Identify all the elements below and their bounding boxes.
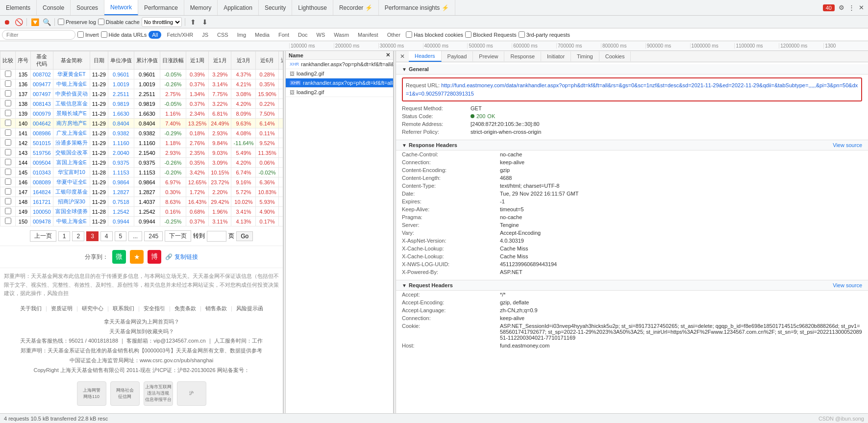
- footer-link-research[interactable]: 研究中心: [82, 305, 103, 312]
- footer-link-security[interactable]: 安全指引: [144, 305, 165, 312]
- filter-tag-js[interactable]: JS: [198, 31, 212, 39]
- compare-checkbox[interactable]: [5, 129, 11, 136]
- request-item-3[interactable]: XHR rankhandler.aspx?op=ph&dt=kf&ft=all&…: [286, 78, 393, 88]
- settings-icon[interactable]: ⚙: [839, 4, 844, 11]
- fund-name-link[interactable]: 华夏黄金ET: [57, 71, 86, 77]
- search-button[interactable]: 🔍: [42, 17, 51, 27]
- fund-code-link[interactable]: 164824: [33, 189, 51, 195]
- tab-network[interactable]: Network: [104, 0, 138, 15]
- badge-hu[interactable]: 沪: [177, 381, 206, 406]
- go-button[interactable]: Go: [236, 231, 253, 241]
- page-btn-5[interactable]: 5: [115, 231, 127, 241]
- record-button[interactable]: ⏺: [2, 17, 12, 27]
- export-har-button[interactable]: ⬇: [200, 17, 210, 27]
- fund-code-link[interactable]: 004642: [33, 121, 51, 126]
- nav-link[interactable]: 1.6630: [113, 111, 129, 117]
- fund-name-link[interactable]: 汾通多策略升: [55, 140, 88, 146]
- fund-name-link[interactable]: 南方房地产E: [56, 120, 87, 126]
- share-star-icon[interactable]: ★: [130, 250, 144, 264]
- fund-name-link[interactable]: 招商沪深30: [58, 199, 85, 204]
- compare-checkbox[interactable]: [5, 169, 11, 175]
- tab-memory[interactable]: Memory: [184, 0, 218, 15]
- nav-link[interactable]: 0.9819: [113, 101, 129, 107]
- request-item-4[interactable]: 🖼 loading2.gif: [286, 88, 393, 97]
- share-wechat-icon[interactable]: 微: [112, 250, 126, 264]
- nav-link[interactable]: 0.8404: [113, 121, 129, 126]
- tab-lighthouse[interactable]: Lighthouse: [292, 0, 333, 15]
- disable-cache-checkbox[interactable]: Disable cache: [98, 19, 140, 25]
- invert-checkbox[interactable]: Invert: [77, 31, 99, 38]
- tab-console[interactable]: Console: [37, 0, 71, 15]
- tab-recorder[interactable]: Recorder ⚡: [333, 0, 379, 15]
- page-btn-2[interactable]: 2: [72, 231, 84, 241]
- fund-code-link[interactable]: 501015: [33, 140, 51, 146]
- preserve-log-checkbox[interactable]: Preserve log: [58, 19, 96, 25]
- fund-name-link[interactable]: 富国上海金E: [56, 159, 87, 165]
- close-details-icon[interactable]: ✕: [396, 51, 409, 62]
- hide-data-urls-checkbox[interactable]: Hide data URLs: [101, 31, 147, 38]
- details-tab-payload[interactable]: Payload: [442, 51, 473, 61]
- fund-code-link[interactable]: 008089: [33, 179, 51, 185]
- filter-tag-wasm[interactable]: Wasm: [330, 31, 352, 39]
- details-tab-headers[interactable]: Headers: [409, 51, 442, 62]
- filter-tag-ws[interactable]: WS: [313, 31, 329, 39]
- third-party-checkbox[interactable]: 3rd-party requests: [519, 31, 570, 38]
- fund-code-link[interactable]: 010343: [33, 170, 51, 175]
- compare-checkbox[interactable]: [5, 208, 11, 214]
- fund-name-link[interactable]: 广发上海金E: [56, 130, 87, 136]
- clear-button[interactable]: 🚫: [14, 17, 24, 27]
- filter-tag-fetch-xhr[interactable]: Fetch/XHR: [163, 31, 197, 39]
- fund-code-link[interactable]: 000979: [33, 111, 51, 117]
- badge-credit[interactable]: 网络社会征信网: [110, 381, 140, 406]
- request-headers-header[interactable]: ▼ Request Headers View source: [396, 280, 868, 291]
- compare-checkbox[interactable]: [5, 218, 11, 224]
- filter-tag-img[interactable]: Img: [234, 31, 249, 39]
- nav-link[interactable]: 1.1153: [113, 170, 129, 175]
- page-btn-245[interactable]: 245: [144, 231, 163, 241]
- tab-security[interactable]: Security: [259, 0, 292, 15]
- filter-tag-all[interactable]: All: [149, 31, 161, 39]
- footer-link-qualification[interactable]: 资质证明: [51, 305, 73, 312]
- fund-code-link[interactable]: 008702: [33, 72, 51, 77]
- blocked-requests-checkbox[interactable]: Blocked Requests: [465, 31, 517, 38]
- footer-link-risk[interactable]: 风险提示函: [236, 305, 263, 312]
- response-headers-header[interactable]: ▼ Response Headers View source: [396, 140, 868, 150]
- nav-link[interactable]: 0.9375: [113, 160, 129, 166]
- nav-link[interactable]: 0.7518: [113, 199, 129, 205]
- details-tab-initiator[interactable]: Initiator: [541, 51, 571, 61]
- response-headers-view-source[interactable]: View source: [833, 142, 862, 148]
- tab-elements[interactable]: Elements: [0, 0, 37, 15]
- filter-tag-manifest[interactable]: Manifest: [354, 31, 382, 39]
- page-btn-3[interactable]: 3: [86, 231, 99, 241]
- fund-code-link[interactable]: 009477: [33, 81, 51, 87]
- details-tab-timing[interactable]: Timing: [571, 51, 599, 61]
- compare-checkbox[interactable]: [5, 188, 11, 195]
- filter-tag-css[interactable]: CSS: [214, 31, 232, 39]
- import-har-button[interactable]: ⬆: [188, 17, 198, 27]
- filter-input[interactable]: [2, 30, 75, 40]
- fund-name-link[interactable]: 中庚价值灵动: [55, 91, 88, 97]
- page-btn-4[interactable]: 4: [100, 231, 113, 241]
- fund-name-link[interactable]: 华宝富时10: [58, 169, 85, 175]
- prev-page-button[interactable]: 上一页: [30, 230, 56, 242]
- footer-link-about[interactable]: 关于我们: [20, 305, 42, 312]
- nav-link[interactable]: 0.9944: [113, 219, 129, 224]
- compare-checkbox[interactable]: [5, 80, 11, 87]
- nav-link[interactable]: 0.9601: [113, 72, 129, 77]
- general-section-header[interactable]: ▼ General: [396, 64, 868, 75]
- nav-link[interactable]: 2.2511: [113, 91, 129, 97]
- copy-link-button[interactable]: 🔗 复制链接: [165, 253, 198, 261]
- throttle-select[interactable]: No throttling Fast 3G Slow 3G Offline: [142, 17, 182, 27]
- goto-input[interactable]: [207, 231, 226, 242]
- nav-link[interactable]: 0.9382: [113, 130, 129, 136]
- footer-link-sales[interactable]: 销售条款: [205, 305, 227, 312]
- compare-checkbox[interactable]: [5, 139, 11, 146]
- details-tab-response[interactable]: Response: [504, 51, 541, 61]
- share-weibo-icon[interactable]: 博: [148, 250, 161, 264]
- details-tab-cookies[interactable]: Cookies: [599, 51, 631, 61]
- footer-link-disclaimer[interactable]: 免责条款: [174, 305, 196, 312]
- close-panel-icon[interactable]: ✕: [386, 52, 390, 58]
- fund-code-link[interactable]: 161721: [33, 199, 51, 205]
- fund-name-link[interactable]: 中银上海金E: [56, 81, 87, 87]
- fund-name-link[interactable]: 工银信息富金: [55, 100, 88, 106]
